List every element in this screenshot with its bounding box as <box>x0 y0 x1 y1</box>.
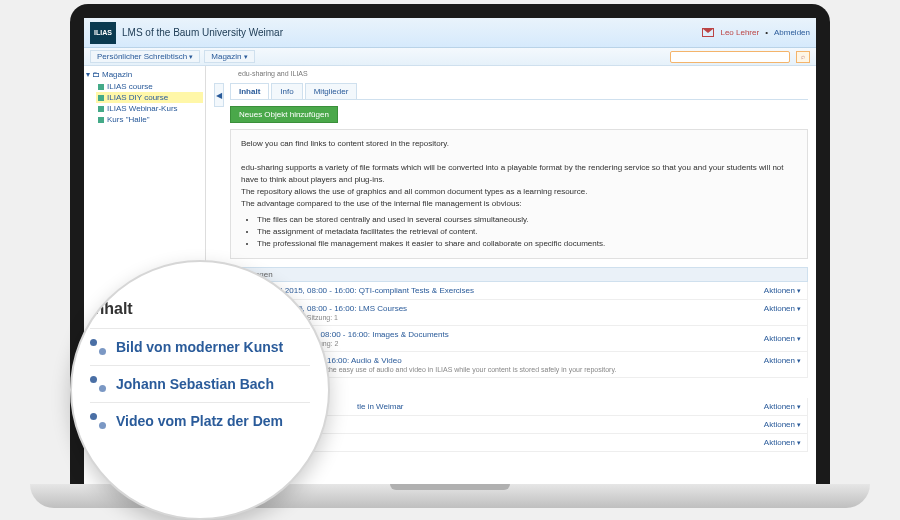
top-right: Leo Lehrer • Abmelden <box>702 28 810 37</box>
chevron-down-icon <box>244 52 248 61</box>
tab-members[interactable]: Mitglieder <box>305 83 358 99</box>
content-icon <box>90 339 106 355</box>
tree-root[interactable]: ▾ 🗀 Magazin <box>86 70 203 79</box>
magnifier-header: Inhalt <box>90 300 310 318</box>
session-link[interactable]: 03. Jul 2015, 08:00 - 16:00: QTI-complia… <box>259 286 474 295</box>
session-sub: Sitzung: 2 <box>307 340 760 347</box>
laptop-notch <box>390 484 510 490</box>
search-button[interactable]: ⌕ <box>796 51 810 63</box>
sessions-header: Sitzungen <box>230 267 808 282</box>
magnifier-link: Johann Sebastian Bach <box>116 376 274 392</box>
content-link[interactable]: tle in Weimar <box>357 402 404 411</box>
session-row: ▸ 03. Jul 2015, 08:00 - 16:00: LMS Cours… <box>230 300 808 326</box>
content-icon <box>90 413 106 429</box>
magnifier-item[interactable]: Johann Sebastian Bach <box>90 365 310 402</box>
session-sub: the easy use of audio and video in ILIAS… <box>327 366 760 373</box>
actions-label: Aktionen <box>764 334 795 343</box>
search-input[interactable] <box>670 51 790 63</box>
actions-dropdown[interactable]: Aktionen <box>764 286 801 295</box>
actions-label: Aktionen <box>764 402 795 411</box>
intro-p1: Below you can find links to content stor… <box>241 138 797 150</box>
actions-dropdown[interactable]: Aktionen <box>764 334 801 343</box>
add-object-button[interactable]: Neues Objekt hinzufügen <box>230 106 338 123</box>
nav-magazin[interactable]: Magazin <box>204 50 254 63</box>
session-sub: Materialien zur Sitzung: 1 <box>259 314 760 321</box>
actions-label: Aktionen <box>764 356 795 365</box>
actions-dropdown[interactable]: Aktionen <box>764 438 801 447</box>
collapse-handle[interactable]: ◀ <box>214 83 224 107</box>
sidebar-item-label: ILIAS DIY course <box>107 93 168 102</box>
course-icon <box>98 95 104 101</box>
actions-dropdown[interactable]: Aktionen <box>764 356 801 365</box>
mail-icon[interactable] <box>702 28 714 37</box>
chevron-down-icon <box>797 304 801 313</box>
sidebar-item-label: Kurs "Halle" <box>107 115 150 124</box>
session-link[interactable]: 16:00: Audio & Video <box>327 356 402 365</box>
chevron-down-icon <box>189 52 193 61</box>
app-title: LMS of the Baum University Weimar <box>122 27 283 38</box>
intro-bullet: The files can be stored centrally and us… <box>257 214 797 226</box>
nav-desktop-label: Persönlicher Schreibtisch <box>97 52 187 61</box>
chevron-down-icon <box>797 286 801 295</box>
sidebar-item-webinar[interactable]: ILIAS Webinar-Kurs <box>96 103 203 114</box>
chevron-down-icon <box>797 334 801 343</box>
intro-box: Below you can find links to content stor… <box>230 129 808 259</box>
search-icon: ⌕ <box>801 53 805 60</box>
chevron-down-icon <box>797 438 801 447</box>
magnifier-link: Bild von moderner Kunst <box>116 339 283 355</box>
separator: • <box>765 28 768 37</box>
tree-root-label: Magazin <box>102 70 132 79</box>
sidebar-item-diy[interactable]: ILIAS DIY course <box>96 92 203 103</box>
actions-dropdown[interactable]: Aktionen <box>764 402 801 411</box>
actions-label: Aktionen <box>764 286 795 295</box>
chevron-down-icon <box>797 356 801 365</box>
course-icon <box>98 117 104 123</box>
actions-label: Aktionen <box>764 304 795 313</box>
chevron-down-icon <box>797 402 801 411</box>
intro-bullet: The assignment of metadata facilitates t… <box>257 226 797 238</box>
tab-content[interactable]: Inhalt <box>230 83 269 99</box>
intro-p3: The repository allows the use of graphic… <box>241 186 797 198</box>
user-name[interactable]: Leo Lehrer <box>720 28 759 37</box>
magnifier-item[interactable]: Bild von moderner Kunst <box>90 328 310 365</box>
content-icon <box>90 376 106 392</box>
breadcrumb: edu-sharing and ILIAS <box>214 70 808 77</box>
folder-icon: 🗀 <box>92 70 100 79</box>
tab-info[interactable]: Info <box>271 83 302 99</box>
sidebar-item-course[interactable]: ILIAS course <box>96 81 203 92</box>
session-link[interactable]: 15, 08:00 - 16:00: Images & Documents <box>307 330 448 339</box>
magnifier-link: Video vom Platz der Dem <box>116 413 283 429</box>
actions-dropdown[interactable]: Aktionen <box>764 304 801 313</box>
actions-label: Aktionen <box>764 438 795 447</box>
sidebar-item-label: ILIAS Webinar-Kurs <box>107 104 178 113</box>
collapse-icon: ▾ <box>86 70 90 79</box>
magnifier-item[interactable]: Video vom Platz der Dem <box>90 402 310 439</box>
course-icon <box>98 106 104 112</box>
logout-link[interactable]: Abmelden <box>774 28 810 37</box>
course-icon <box>98 84 104 90</box>
actions-dropdown[interactable]: Aktionen <box>764 420 801 429</box>
intro-p2: edu-sharing supports a variety of file f… <box>241 162 797 186</box>
actions-label: Aktionen <box>764 420 795 429</box>
intro-bullet: The professional file management makes i… <box>257 238 797 250</box>
sidebar-item-label: ILIAS course <box>107 82 153 91</box>
tabs: Inhalt Info Mitglieder <box>230 83 808 100</box>
logo[interactable]: ILIAS <box>90 22 116 44</box>
session-row: ▸ 03. Jul 2015, 08:00 - 16:00: QTI-compl… <box>230 282 808 300</box>
nav-desktop[interactable]: Persönlicher Schreibtisch <box>90 50 200 63</box>
topbar: ILIAS LMS of the Baum University Weimar … <box>84 18 816 48</box>
tree-children: ILIAS course ILIAS DIY course ILIAS Webi… <box>86 81 203 125</box>
chevron-down-icon <box>797 420 801 429</box>
intro-p4: The advantage compared to the use of the… <box>241 198 797 210</box>
sidebar-item-halle[interactable]: Kurs "Halle" <box>96 114 203 125</box>
navbar: Persönlicher Schreibtisch Magazin ⌕ <box>84 48 816 66</box>
magnifier-overlay: Inhalt Bild von moderner Kunst Johann Se… <box>70 260 330 520</box>
nav-magazin-label: Magazin <box>211 52 241 61</box>
